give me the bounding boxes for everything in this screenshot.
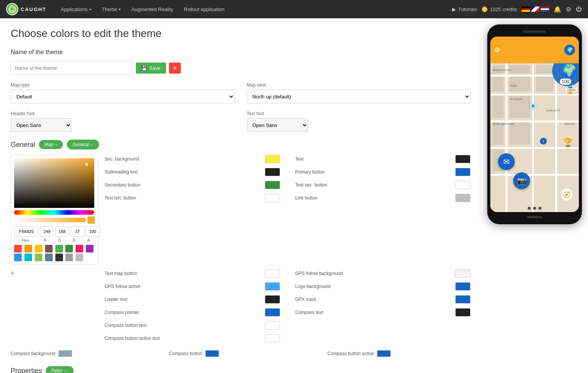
color-swatch-button[interactable]: [265, 321, 280, 330]
font-settings-grid: Header font Open Sans Roboto Lato Text f…: [11, 111, 470, 132]
properties-open-button[interactable]: Open →: [46, 366, 74, 373]
color-swatch[interactable]: [86, 245, 93, 252]
color-swatch-button[interactable]: [265, 168, 280, 176]
camera-fab[interactable]: 📷: [513, 172, 530, 189]
general-tab-button[interactable]: General→: [67, 140, 99, 150]
map-label: Stellerie Munten: [492, 69, 512, 71]
map-tab-button[interactable]: Map→: [39, 140, 63, 149]
logo[interactable]: CAUGHT: [6, 3, 47, 15]
color-setting-row: Primary button: [295, 168, 471, 176]
phone-screen: ⚙ 🌍: [490, 37, 579, 212]
color-swatch[interactable]: [24, 254, 32, 261]
properties-header: Properties Open →: [11, 366, 470, 373]
color-swatch[interactable]: [35, 254, 42, 261]
b-input[interactable]: [71, 226, 84, 237]
color-swatch[interactable]: [55, 245, 63, 252]
color-gradient-canvas[interactable]: [14, 158, 94, 208]
count-badge: 1: [540, 138, 547, 145]
flag-uk[interactable]: [531, 6, 540, 12]
color-swatch-button[interactable]: [265, 269, 280, 278]
text-font-select[interactable]: Open Sans Roboto Lato: [247, 118, 308, 132]
color-label: Sec. background: [105, 156, 265, 162]
color-setting-row: Sec. background: [105, 155, 280, 163]
color-swatch[interactable]: [45, 254, 53, 261]
r-input[interactable]: [40, 226, 54, 237]
opacity-slider[interactable]: [14, 218, 86, 222]
tutorials-link[interactable]: ▶ Tutorials: [452, 6, 477, 12]
color-swatch-button[interactable]: [455, 282, 470, 291]
navbar: CAUGHT Applications ▾ Theme ▾ Augmented …: [0, 0, 588, 18]
color-swatch-button[interactable]: [265, 334, 280, 342]
color-label: GPS follow background: [295, 271, 456, 276]
map-block: [536, 77, 553, 91]
color-swatch[interactable]: [24, 245, 32, 252]
color-swatch[interactable]: [76, 254, 83, 261]
color-picker: Hex R G B A: [11, 155, 98, 265]
credits-display[interactable]: 🪙 1025 credits: [482, 6, 517, 12]
color-swatch-button[interactable]: [455, 194, 470, 202]
map-street: [490, 174, 579, 176]
settings-icon[interactable]: ⚙: [566, 6, 571, 13]
logo-text: CAUGHT: [21, 6, 47, 12]
nav-rollout[interactable]: Rollout application: [179, 0, 230, 18]
color-setting-row: Compass button active text: [105, 334, 280, 342]
main-layout: Choose colors to edit the theme Name of …: [0, 18, 588, 373]
color-swatch-button[interactable]: [377, 350, 391, 357]
color-label: GPS follow active: [105, 284, 265, 289]
nav-ar[interactable]: Augmented Reality: [126, 0, 179, 18]
hex-input[interactable]: [14, 226, 39, 237]
color-swatch[interactable]: [65, 245, 73, 252]
nav-applications[interactable]: Applications ▾: [56, 0, 97, 18]
flag-nl[interactable]: [541, 6, 549, 12]
color-swatch-button[interactable]: [455, 308, 470, 317]
save-button[interactable]: 💾 Save: [136, 63, 166, 74]
save-icon: 💾: [141, 65, 147, 71]
g-input[interactable]: [55, 226, 69, 237]
color-swatch-button[interactable]: [455, 295, 470, 304]
notification-icon[interactable]: 🔔: [554, 6, 561, 13]
color-label: GPX track: [295, 297, 456, 302]
color-swatch[interactable]: [76, 245, 83, 252]
a-input[interactable]: [86, 226, 100, 237]
color-swatch-button[interactable]: [455, 168, 470, 176]
color-label: Loader text: [105, 297, 265, 302]
compass-button[interactable]: 🧭: [561, 188, 573, 201]
flag-de[interactable]: [522, 6, 530, 12]
color-swatch-button[interactable]: [265, 282, 280, 291]
color-swatch-button[interactable]: [455, 269, 470, 278]
color-swatch[interactable]: [14, 254, 22, 261]
theme-name-input[interactable]: [11, 61, 133, 75]
nav-right: ▶ Tutorials 🪙 1025 credits 🔔 ⚙ ⏻: [452, 6, 582, 13]
color-swatch-button[interactable]: [455, 155, 470, 163]
text-font-label: Text font: [247, 111, 471, 116]
color-swatch-button[interactable]: [455, 181, 470, 189]
color-swatch-button[interactable]: [265, 295, 280, 304]
color-swatch-button[interactable]: [265, 181, 280, 189]
color-swatch[interactable]: [14, 245, 22, 252]
color-swatch[interactable]: [55, 254, 63, 261]
delete-button[interactable]: ✕: [169, 63, 181, 74]
color-swatch[interactable]: [65, 254, 73, 261]
color-swatch-button[interactable]: [58, 350, 72, 357]
nav-theme[interactable]: Theme ▾: [97, 0, 126, 18]
color-setting-row: Loader text: [105, 295, 280, 304]
map-block: [492, 77, 504, 91]
notification-fab[interactable]: ✉: [498, 153, 515, 170]
color-swatch-button[interactable]: [265, 308, 280, 317]
color-swatch[interactable]: [86, 254, 93, 261]
map-type-select[interactable]: Default Satellite Terrain: [11, 90, 235, 103]
opacity-swatch: [87, 216, 95, 224]
header-font-select[interactable]: Open Sans Roboto Lato: [11, 118, 72, 132]
color-swatch-button[interactable]: [205, 350, 219, 357]
color-label: Secondary button: [105, 182, 265, 188]
star-icon: 🏆: [563, 138, 573, 148]
map-view-select[interactable]: North up (default) Follow direction Cust…: [247, 90, 471, 103]
color-setting-row: Compass button text: [105, 321, 280, 330]
power-icon[interactable]: ⏻: [576, 6, 582, 13]
color-swatch-button[interactable]: [265, 155, 280, 163]
color-swatch-button[interactable]: [265, 194, 280, 202]
color-swatch[interactable]: [45, 245, 53, 252]
color-swatches: [14, 245, 95, 261]
color-swatch[interactable]: [35, 245, 42, 252]
hue-slider[interactable]: [14, 210, 94, 215]
